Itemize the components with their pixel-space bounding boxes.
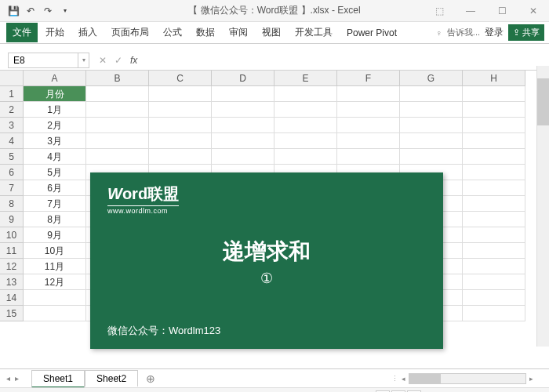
save-icon[interactable]: 💾 bbox=[8, 5, 19, 16]
sheet-tab-1[interactable]: Sheet1 bbox=[31, 370, 85, 388]
column-header[interactable]: G bbox=[400, 71, 463, 86]
cell[interactable] bbox=[86, 86, 149, 102]
tab-view[interactable]: 视图 bbox=[256, 23, 287, 42]
row-header[interactable]: 1 bbox=[0, 86, 24, 102]
cell[interactable]: 12月 bbox=[24, 274, 86, 290]
cell[interactable] bbox=[149, 149, 212, 165]
cell[interactable] bbox=[400, 149, 463, 165]
tab-insert[interactable]: 插入 bbox=[72, 23, 104, 42]
cell[interactable]: 月份 bbox=[24, 86, 86, 102]
cell[interactable]: 9月 bbox=[24, 227, 86, 243]
cell[interactable]: 8月 bbox=[24, 212, 86, 227]
row-header[interactable]: 14 bbox=[0, 290, 24, 306]
cell[interactable] bbox=[149, 86, 212, 102]
close-icon[interactable]: ✕ bbox=[518, 0, 549, 21]
row-header[interactable]: 15 bbox=[0, 306, 24, 321]
cell[interactable] bbox=[86, 118, 149, 133]
cell[interactable] bbox=[400, 86, 463, 102]
row-header[interactable]: 3 bbox=[0, 118, 24, 133]
scroll-left-icon[interactable]: ◂ bbox=[402, 375, 405, 383]
cell[interactable] bbox=[463, 165, 525, 180]
row-header[interactable]: 4 bbox=[0, 133, 24, 149]
cell[interactable] bbox=[274, 133, 337, 149]
tab-home[interactable]: 开始 bbox=[39, 23, 71, 42]
prev-sheet-icon[interactable]: ◂ bbox=[6, 374, 10, 383]
cell[interactable] bbox=[274, 149, 337, 165]
cell[interactable]: 1月 bbox=[24, 102, 86, 118]
cell[interactable]: 2月 bbox=[24, 118, 86, 133]
cell[interactable] bbox=[463, 133, 525, 149]
cell[interactable] bbox=[24, 306, 86, 321]
cell[interactable] bbox=[24, 290, 86, 306]
column-header[interactable]: D bbox=[212, 71, 274, 86]
cell[interactable] bbox=[212, 133, 274, 149]
cell[interactable] bbox=[463, 227, 525, 243]
add-sheet-icon[interactable]: ⊕ bbox=[146, 372, 155, 385]
cell[interactable]: 4月 bbox=[24, 149, 86, 165]
minimize-icon[interactable]: — bbox=[455, 0, 486, 21]
login-link[interactable]: 登录 bbox=[485, 26, 504, 39]
cell[interactable] bbox=[86, 149, 149, 165]
cancel-icon[interactable]: ✕ bbox=[99, 55, 107, 66]
tab-powerpivot[interactable]: Power Pivot bbox=[340, 24, 403, 42]
cell[interactable] bbox=[212, 149, 274, 165]
cell[interactable] bbox=[212, 102, 274, 118]
row-header[interactable]: 13 bbox=[0, 274, 24, 290]
column-header[interactable]: E bbox=[274, 71, 337, 86]
sheet-tab-2[interactable]: Sheet2 bbox=[85, 370, 138, 387]
cell[interactable] bbox=[274, 118, 337, 133]
column-header[interactable]: C bbox=[149, 71, 212, 86]
row-header[interactable]: 2 bbox=[0, 102, 24, 118]
cell[interactable] bbox=[212, 86, 274, 102]
ribbon-options-icon[interactable]: ⬚ bbox=[424, 0, 455, 21]
row-header[interactable]: 10 bbox=[0, 227, 24, 243]
tab-layout[interactable]: 页面布局 bbox=[105, 23, 155, 42]
cell[interactable] bbox=[463, 180, 525, 196]
row-header[interactable]: 9 bbox=[0, 212, 24, 227]
cell[interactable] bbox=[463, 118, 525, 133]
cell[interactable] bbox=[463, 149, 525, 165]
row-header[interactable]: 5 bbox=[0, 149, 24, 165]
cell[interactable] bbox=[337, 86, 400, 102]
column-header[interactable]: A bbox=[24, 71, 86, 86]
name-box-dropdown-icon[interactable]: ▾ bbox=[78, 53, 89, 68]
select-all-corner[interactable] bbox=[0, 71, 24, 86]
maximize-icon[interactable]: ☐ bbox=[486, 0, 518, 21]
cell[interactable] bbox=[149, 118, 212, 133]
cell[interactable] bbox=[149, 102, 212, 118]
scrollbar-thumb[interactable] bbox=[537, 78, 549, 125]
split-handle-icon[interactable]: ⋮ bbox=[391, 375, 398, 383]
column-header[interactable]: H bbox=[463, 71, 525, 86]
name-box[interactable]: E8 bbox=[8, 53, 78, 68]
cell[interactable] bbox=[463, 306, 525, 321]
tab-file[interactable]: 文件 bbox=[6, 23, 38, 42]
cell[interactable] bbox=[86, 102, 149, 118]
cell[interactable] bbox=[463, 290, 525, 306]
tell-me[interactable]: 告诉我... bbox=[447, 27, 480, 38]
cell[interactable] bbox=[463, 274, 525, 290]
column-header[interactable]: B bbox=[86, 71, 149, 86]
cell[interactable] bbox=[274, 102, 337, 118]
cell[interactable] bbox=[400, 133, 463, 149]
qat-dropdown-icon[interactable]: ▾ bbox=[60, 5, 71, 16]
cell[interactable] bbox=[400, 118, 463, 133]
tab-data[interactable]: 数据 bbox=[190, 23, 221, 42]
next-sheet-icon[interactable]: ▸ bbox=[15, 374, 19, 383]
row-header[interactable]: 7 bbox=[0, 180, 24, 196]
cell[interactable] bbox=[463, 102, 525, 118]
cell[interactable] bbox=[463, 196, 525, 212]
row-header[interactable]: 8 bbox=[0, 196, 24, 212]
row-header[interactable]: 11 bbox=[0, 243, 24, 259]
sheet-nav[interactable]: ◂▸ bbox=[6, 374, 19, 383]
cell[interactable]: 11月 bbox=[24, 259, 86, 274]
redo-icon[interactable]: ↷ bbox=[42, 5, 53, 16]
cell[interactable]: 3月 bbox=[24, 133, 86, 149]
cell[interactable] bbox=[337, 149, 400, 165]
scrollbar-thumb[interactable] bbox=[409, 374, 441, 383]
tab-developer[interactable]: 开发工具 bbox=[289, 23, 339, 42]
cell[interactable] bbox=[463, 259, 525, 274]
cell[interactable] bbox=[86, 133, 149, 149]
undo-icon[interactable]: ↶ bbox=[25, 5, 36, 16]
scroll-right-icon[interactable]: ▸ bbox=[529, 375, 533, 383]
cell[interactable] bbox=[337, 118, 400, 133]
